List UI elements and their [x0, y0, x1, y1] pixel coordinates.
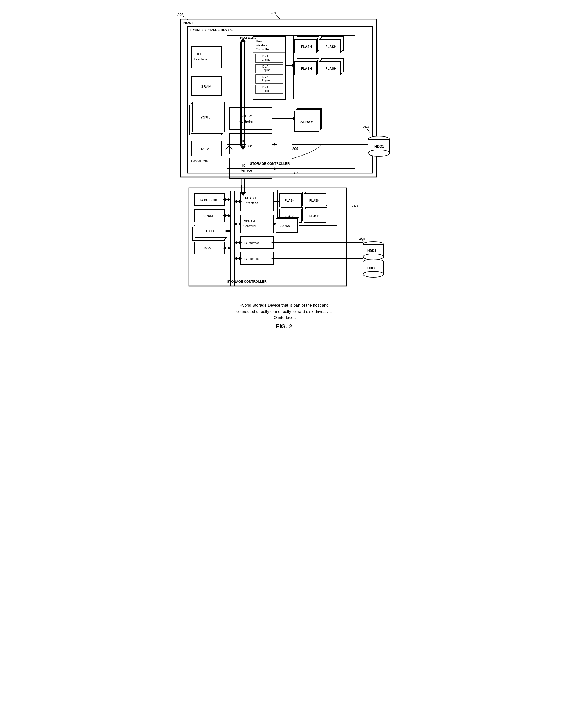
caption-line2: connected directly or indirectly to hard…	[236, 309, 332, 314]
dma-engine-1-label2: Engine	[262, 58, 271, 61]
fic-title2: Interface	[256, 44, 268, 47]
bot-hdd1-label: HDD1	[367, 249, 376, 253]
control-path-label: Control Path	[191, 159, 208, 163]
ref-203-label: 203	[363, 125, 369, 129]
hybrid-device-box	[188, 27, 372, 173]
ref-206-label: 206	[292, 147, 298, 151]
dma-engine-3-label: DMA	[263, 75, 269, 78]
host-box	[181, 19, 377, 177]
bot-flash-interface-label2: Interface	[245, 201, 258, 205]
bot-cpu-label: CPU	[206, 229, 214, 233]
sdram-ctrl-label2: Controller	[239, 120, 254, 123]
hdd1-bottom-ellipse	[368, 150, 390, 156]
io-interface-1-label: IO	[242, 139, 246, 143]
sdram-ctrl-box	[230, 108, 272, 129]
ref-204-label: 204	[352, 204, 358, 208]
control-arrow-head	[226, 146, 233, 150]
bot-flash-2b-label: FLASH	[309, 214, 319, 218]
ref-207-label: 207	[292, 171, 298, 175]
host-label: HOST	[184, 21, 193, 25]
hdd0-to-io2-arrow	[272, 257, 274, 260]
io-interface-label-top2: Interface	[194, 57, 208, 61]
hdd1-to-io1-arrow	[272, 241, 274, 244]
fig-label: FIG. 2	[276, 323, 292, 330]
bot-bus-right	[234, 191, 235, 286]
dma-engine-2-label2: Engine	[262, 69, 271, 72]
bot-io-interface-2-label: IO Interface	[244, 257, 260, 260]
io-interface-2-label: IO	[242, 163, 246, 167]
bot-sdram-ctrl-label2: Controller	[243, 224, 257, 227]
caption: Hybrid Storage Device that is part of th…	[236, 302, 332, 321]
diagram-svg: 202 201 HOST HYBRID STORAGE DEVICE STORA…	[173, 11, 396, 297]
main-diagram: 202 201 HOST HYBRID STORAGE DEVICE STORA…	[173, 11, 396, 298]
flash-1b-label: FLASH	[325, 45, 336, 49]
hdd1-label: HDD1	[374, 144, 384, 148]
ref-202-label: 202	[177, 13, 184, 17]
bot-io-interface-1-label: IO Interface	[244, 241, 260, 245]
ref-205-label: 205	[359, 236, 365, 240]
caption-line1: Hybrid Storage Device that is part of th…	[240, 303, 329, 307]
caption-line3: IO interfaces	[273, 315, 295, 320]
bot-bus-left	[230, 191, 231, 286]
bot-flash-1b-label: FLASH	[309, 199, 319, 202]
bot-sdram-label: SDRAM	[280, 224, 290, 227]
bottom-storage-label: STORAGE CONTROLLER	[227, 280, 267, 284]
bot-flash-1a-label: FLASH	[285, 199, 295, 202]
dma-engine-4-label2: Engine	[262, 89, 271, 92]
bot-sdram-ctrl-label: SDRAM	[244, 220, 255, 223]
flash-1a-label: FLASH	[301, 45, 312, 49]
dma-bus-left	[240, 42, 242, 146]
dma-engine-3-label2: Engine	[262, 79, 271, 82]
dma-engine-4-label: DMA	[263, 86, 269, 89]
bot-rom-label: ROM	[204, 246, 212, 250]
sram-label: SRAM	[201, 84, 212, 89]
fic-title3: Controller	[256, 48, 270, 51]
io-interface-label-top: IO	[197, 52, 201, 56]
svg-line-18	[346, 208, 349, 211]
sdram-label: SDRAM	[300, 120, 313, 124]
fic-title: Flash	[256, 39, 264, 43]
dma-bus-right	[244, 42, 246, 146]
svg-line-1	[276, 15, 280, 19]
rom-label: ROM	[201, 147, 209, 151]
cpu-label: CPU	[201, 115, 211, 120]
bot-flash-interface-label: FLASH	[245, 196, 256, 200]
dma-engine-1-label: DMA	[263, 55, 269, 58]
ref-201-label: 201	[270, 11, 277, 15]
flash-2b-label: FLASH	[325, 67, 336, 71]
bot-hdd0-bottom-ellipse	[363, 271, 384, 277]
storage-controller-box	[227, 35, 355, 168]
svg-line-10	[367, 129, 370, 133]
bot-io-interface-label: IO Interface	[200, 198, 217, 202]
flash-2a-label: FLASH	[301, 67, 312, 71]
bot-sram-label: SRAM	[203, 214, 213, 218]
top-to-bottom-arrow	[240, 192, 247, 196]
sdram-ctrl-label: SDRAM	[241, 114, 252, 118]
storage-controller-label: STORAGE CONTROLLER	[250, 162, 290, 166]
bot-hdd0-label: HDD0	[367, 266, 376, 270]
hybrid-device-label: HYBRID STORAGE DEVICE	[190, 28, 233, 32]
dma-engine-2-label: DMA	[263, 65, 269, 68]
